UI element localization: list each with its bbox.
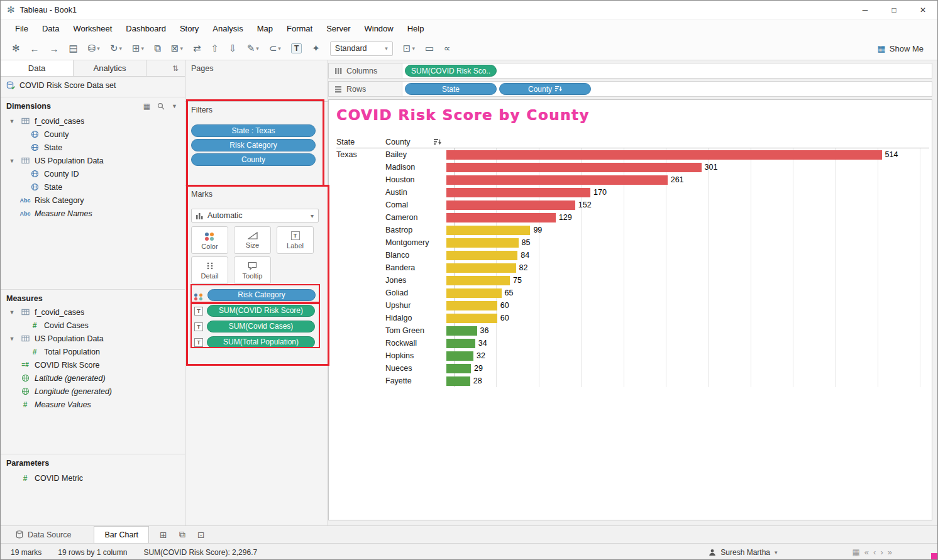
menu-item-file[interactable]: File (8, 24, 35, 33)
highlight-icon[interactable]: ✎▾ (243, 41, 263, 56)
county-label[interactable]: Nueces (385, 364, 446, 373)
filter-pill-risk-category[interactable]: Risk Category (191, 139, 316, 151)
field-f-covid-cases[interactable]: ▼f_covid_cases (1, 305, 185, 319)
group-members-icon[interactable]: ⊂▾ (265, 41, 285, 56)
view-data-grid-icon[interactable]: ▦ (143, 102, 150, 111)
field-state[interactable]: State (1, 180, 185, 194)
columns-shelf[interactable]: SUM(COVID Risk Sco.. (402, 63, 932, 79)
shelf-pill-county[interactable]: County (499, 83, 591, 95)
field-covid-metric[interactable]: #COVID Metric (1, 471, 185, 485)
bar[interactable] (446, 251, 517, 260)
county-label[interactable]: Tom Green (385, 326, 446, 335)
menu-item-server[interactable]: Server (319, 24, 357, 33)
clear-sheet-icon[interactable]: ⊠▾ (167, 41, 187, 56)
menu-item-dashboard[interactable]: Dashboard (119, 24, 173, 33)
bar[interactable] (446, 276, 510, 285)
caret-down-icon[interactable]: ▼ (8, 336, 16, 342)
bar[interactable] (446, 314, 497, 323)
menu-item-format[interactable]: Format (280, 24, 319, 33)
sort-ascending-icon[interactable]: ⇧ (207, 41, 223, 56)
county-label[interactable]: Bailey (385, 150, 446, 159)
refresh-icon[interactable]: ↻▾ (106, 41, 126, 56)
sort-descending-icon[interactable]: ⇩ (225, 41, 241, 56)
tab-bar-chart[interactable]: Bar Chart (94, 526, 149, 543)
field-measure-names[interactable]: AbcMeasure Names (1, 207, 185, 220)
county-label[interactable]: Austin (385, 188, 446, 197)
search-icon[interactable] (157, 102, 165, 110)
marks-pill-sum-total-population-[interactable]: SUM(Total Population) (207, 336, 315, 348)
bar[interactable] (446, 226, 530, 235)
county-column-header[interactable]: County (385, 138, 446, 146)
share-icon[interactable]: ∝ (440, 41, 455, 56)
bar[interactable] (446, 163, 702, 172)
shelf-pill-state[interactable]: State (405, 83, 497, 95)
fix-axes-icon[interactable]: ✦ (308, 41, 324, 56)
filter-pill-state-texas[interactable]: State : Texas (191, 124, 316, 137)
bar[interactable] (446, 213, 556, 222)
bar[interactable] (446, 339, 475, 348)
menu-item-story[interactable]: Story (173, 24, 206, 33)
county-label[interactable]: Montgomery (385, 238, 446, 247)
tableau-logo-icon[interactable]: ✻ (8, 41, 24, 56)
last-sheet-icon[interactable]: » (888, 547, 892, 557)
sheet-sorter-icon[interactable]: ▦ (852, 547, 860, 557)
county-label[interactable]: Upshur (385, 301, 446, 310)
new-worksheet-icon[interactable]: ⊞▾ (128, 41, 148, 56)
show-me-button[interactable]: ▦ Show Me (878, 43, 930, 53)
field-county-id[interactable]: County ID (1, 167, 185, 180)
menu-item-analysis[interactable]: Analysis (206, 24, 250, 33)
county-label[interactable]: Fayette (385, 376, 446, 385)
caret-down-icon[interactable]: ▼ (8, 158, 16, 164)
filter-pill-county[interactable]: County (191, 153, 316, 166)
bar[interactable] (446, 188, 590, 197)
next-sheet-icon[interactable]: › (880, 547, 883, 557)
county-label[interactable]: Bandera (385, 263, 446, 272)
bar[interactable] (446, 288, 502, 298)
bar[interactable] (446, 238, 519, 248)
bar[interactable] (446, 301, 497, 310)
field-covid-cases[interactable]: #Covid Cases (1, 319, 185, 332)
county-label[interactable]: Rockwall (385, 339, 446, 348)
swap-rows-columns-icon[interactable]: ⇄ (189, 41, 205, 56)
minimize-button[interactable]: ─ (851, 1, 880, 19)
shelf-pill-sum-covid-risk-sco-[interactable]: SUM(COVID Risk Sco.. (405, 65, 497, 77)
field-risk-category[interactable]: AbcRisk Category (1, 194, 185, 207)
rows-shelf[interactable]: StateCounty (402, 81, 932, 97)
field-state[interactable]: State (1, 141, 185, 154)
prev-sheet-icon[interactable]: ‹ (873, 547, 876, 557)
mark-type-select[interactable]: Automatic ▾ (191, 209, 319, 222)
menu-item-map[interactable]: Map (250, 24, 280, 33)
new-dashboard-tab-icon[interactable]: ⧉ (174, 528, 190, 542)
menu-item-help[interactable]: Help (400, 24, 431, 33)
bar[interactable] (446, 326, 477, 336)
detail-button[interactable]: Detail (191, 256, 228, 284)
user-menu[interactable]: Suresh Martha ▾ (709, 548, 777, 557)
show-mark-labels-icon[interactable]: T (287, 41, 306, 55)
field-us-population-data[interactable]: ▼US Population Data (1, 332, 185, 345)
maximize-button[interactable]: □ (880, 1, 908, 19)
bar[interactable] (446, 175, 668, 185)
field-f-covid-cases[interactable]: ▼f_covid_cases (1, 114, 185, 128)
add-datasource-icon[interactable]: ⛁▾ (84, 41, 104, 56)
state-column-header[interactable]: State (336, 138, 385, 146)
new-worksheet-tab-icon[interactable]: ⊞ (155, 528, 172, 542)
field-total-population[interactable]: #Total Population (1, 345, 185, 358)
color-button[interactable]: Color (191, 226, 228, 254)
tab-data[interactable]: Data (1, 60, 74, 76)
fit-selector-icon[interactable]: ⊡▾ (399, 41, 419, 56)
view-mode-select[interactable]: Standard ▾ (330, 41, 393, 56)
field-longitude-generated-[interactable]: Longitude (generated) (1, 385, 185, 398)
first-sheet-icon[interactable]: « (864, 547, 869, 557)
pane-options-icon[interactable]: ⇅ (172, 64, 179, 73)
county-label[interactable]: Blanco (385, 251, 446, 260)
sort-descending-icon[interactable] (555, 85, 562, 92)
new-story-tab-icon[interactable]: ⊡ (193, 528, 209, 542)
field-covid-risk-score[interactable]: =#COVID Risk Score (1, 358, 185, 371)
size-button[interactable]: Size (234, 226, 271, 254)
bar[interactable] (446, 364, 471, 373)
menu-item-window[interactable]: Window (357, 24, 400, 33)
county-label[interactable]: Cameron (385, 213, 446, 222)
chart-title[interactable]: COVID Risk Score by County (336, 107, 590, 123)
marks-pill-risk-category[interactable]: Risk Category (207, 289, 316, 301)
duplicate-sheet-icon[interactable]: ⧉ (150, 41, 165, 56)
